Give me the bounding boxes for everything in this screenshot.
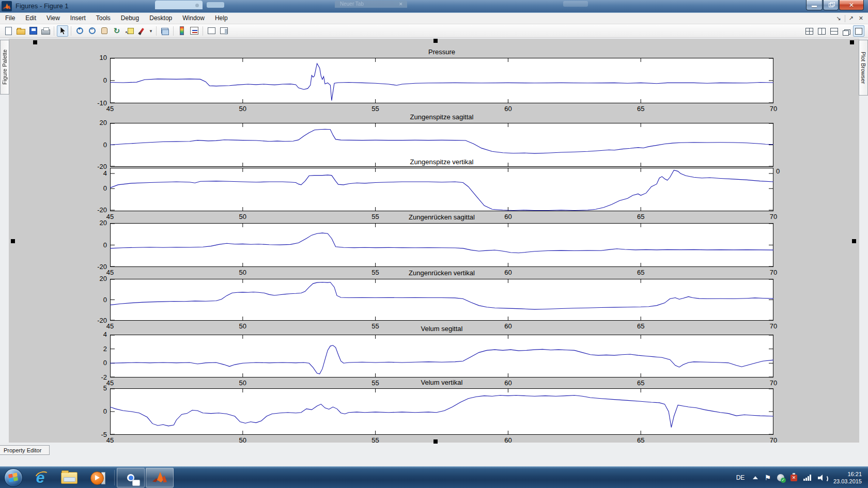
matlab-icon	[152, 470, 167, 485]
windows-explorer-icon	[61, 472, 78, 484]
figure-palette-tab[interactable]: Figure Palette	[0, 40, 9, 95]
dock-figure-icon[interactable]: ↘	[833, 15, 843, 22]
taskbar-matlab[interactable]	[146, 468, 174, 487]
plot-browser-tab[interactable]: Plot Browser	[859, 40, 868, 96]
ytick-label-zungenr-cken-sagittal: 0	[84, 241, 107, 249]
subplot-title-velum-vertikal: Velum vertikal	[110, 379, 773, 386]
xtick-label-velum-vertikal: 70	[763, 436, 784, 444]
close-figure-icon[interactable]: ✕	[856, 15, 866, 22]
print-figure-button[interactable]	[40, 25, 51, 37]
flag-icon[interactable]: ⚑	[764, 474, 771, 482]
insert-legend-button[interactable]	[189, 25, 200, 37]
subplot-plot-area-pressure	[110, 58, 773, 103]
edit-cursor-button[interactable]	[57, 25, 68, 37]
windows-orb-icon	[4, 468, 23, 487]
chrome-icon	[123, 470, 138, 485]
taskbar-internet-explorer[interactable]: e	[26, 468, 54, 487]
subplot-plot-area-velum-segittal	[110, 335, 773, 377]
action-center-ok-icon[interactable]	[777, 474, 784, 481]
zoom-in-button[interactable]	[74, 25, 85, 37]
screen: Figures - Figure 1 Neuer Tab ✕ ✕ FileEdi…	[0, 0, 868, 488]
series-line-velum-segittal	[110, 345, 773, 374]
ytick-label-velum-segittal: 0	[84, 359, 107, 367]
close-button[interactable]: ✕	[839, 0, 864, 10]
language-indicator[interactable]: DE	[731, 474, 750, 481]
insert-colorbar-button[interactable]	[176, 25, 188, 37]
windows-taskbar: e DE ⚑ ✕ 16:21 23.03.2015	[0, 466, 868, 488]
subplot-title-pressure: Pressure	[110, 48, 773, 56]
minimize-button[interactable]	[806, 0, 823, 10]
subplot-plot-area-zungenr-cken-vertikal	[110, 279, 773, 321]
ytick-label-velum-vertikal: 5	[84, 384, 107, 392]
menu-bar: FileEditViewInsertToolsDebugDesktopWindo…	[0, 13, 868, 24]
pan-hand-button[interactable]	[99, 25, 110, 37]
subplot-title-velum-segittal: Velum segittal	[110, 325, 773, 333]
open-file-button[interactable]	[15, 25, 26, 37]
layout-split-h-button[interactable]	[828, 25, 840, 37]
subplot-plot-area-zungenr-cken-sagittal	[110, 223, 773, 267]
brush-caret-button[interactable]	[148, 25, 153, 37]
menu-desktop[interactable]: Desktop	[144, 13, 177, 24]
ytick-label-zungenspitze-sagittal: 20	[84, 119, 107, 127]
background-window-fragment	[563, 1, 588, 7]
menu-edit[interactable]: Edit	[20, 13, 41, 24]
xtick-label-velum-vertikal: 55	[365, 436, 386, 444]
new-figure-button[interactable]	[3, 25, 14, 37]
title-bar: Figures - Figure 1 Neuer Tab ✕ ✕	[0, 0, 868, 13]
menu-dock-separator	[845, 15, 845, 22]
ytick-label-right-zungenspitze-vertikal: 0	[776, 167, 792, 175]
ytick-label-zungenr-cken-vertikal: 20	[84, 275, 107, 282]
safely-remove-hardware-icon[interactable]: ✕	[791, 475, 797, 481]
hide-plot-tools-button[interactable]	[206, 25, 217, 37]
menu-file[interactable]: File	[0, 13, 20, 24]
toolbar-separator	[173, 26, 174, 36]
taskbar-clock[interactable]: 16:21 23.03.2015	[829, 470, 868, 485]
taskbar-windows-explorer[interactable]	[55, 468, 83, 487]
data-cursor-button[interactable]	[123, 25, 135, 37]
clock-date: 23.03.2015	[833, 478, 862, 485]
layout-single-button[interactable]	[853, 25, 864, 37]
property-editor-button[interactable]: Property Editor	[0, 445, 50, 455]
layout-split-v-button[interactable]	[816, 25, 827, 37]
network-signal-icon[interactable]	[803, 475, 812, 481]
brush-button[interactable]	[136, 25, 147, 37]
volume-icon[interactable]	[818, 474, 826, 481]
subplot-title-zungenspitze-vertikal: Zungenspitze vertikal	[110, 158, 773, 166]
menu-insert[interactable]: Insert	[65, 13, 91, 24]
background-tab-close-icon-2: ✕	[399, 2, 403, 7]
selection-handle	[11, 239, 15, 243]
menu-window[interactable]: Window	[177, 13, 210, 24]
taskbar-chrome[interactable]	[117, 468, 145, 487]
menu-view[interactable]: View	[41, 13, 65, 24]
xtick-label-velum-vertikal: 65	[630, 436, 651, 444]
zoom-out-button[interactable]	[86, 25, 98, 37]
restore-button[interactable]	[823, 0, 839, 10]
layout-cascade-button[interactable]	[841, 25, 852, 37]
minimize-icon	[812, 6, 817, 7]
series-line-zungenspitze-sagittal	[110, 129, 773, 153]
xtick-label-pressure: 60	[498, 105, 518, 113]
series-line-velum-vertikal	[110, 396, 773, 428]
tray-expand-icon[interactable]	[753, 476, 758, 479]
save-figure-button[interactable]	[27, 25, 39, 37]
ytick-label-zungenspitze-vertikal: 4	[84, 169, 107, 177]
show-plot-tools-button[interactable]	[218, 25, 229, 37]
taskbar-divider	[114, 470, 115, 485]
menu-tools[interactable]: Tools	[91, 13, 116, 24]
taskbar-start-button[interactable]	[2, 468, 25, 487]
xtick-label-pressure: 50	[233, 105, 253, 113]
restore-icon	[829, 3, 833, 7]
menu-help[interactable]: Help	[210, 13, 233, 24]
matlab-app-icon	[2, 1, 12, 11]
rotate-3d-button[interactable]	[111, 25, 122, 37]
layout-grid-4-button[interactable]	[803, 25, 815, 37]
ytick-label-velum-vertikal: 0	[84, 407, 107, 415]
link-plots-button[interactable]	[159, 25, 171, 37]
taskbar-media-player[interactable]	[84, 468, 112, 487]
selection-handle	[852, 239, 856, 243]
undock-figure-icon[interactable]: ↗	[846, 15, 856, 22]
series-line-zungenspitze-vertikal	[110, 170, 773, 210]
edit-cursor-icon	[59, 27, 66, 35]
selection-handle	[433, 39, 438, 43]
menu-debug[interactable]: Debug	[116, 13, 144, 24]
